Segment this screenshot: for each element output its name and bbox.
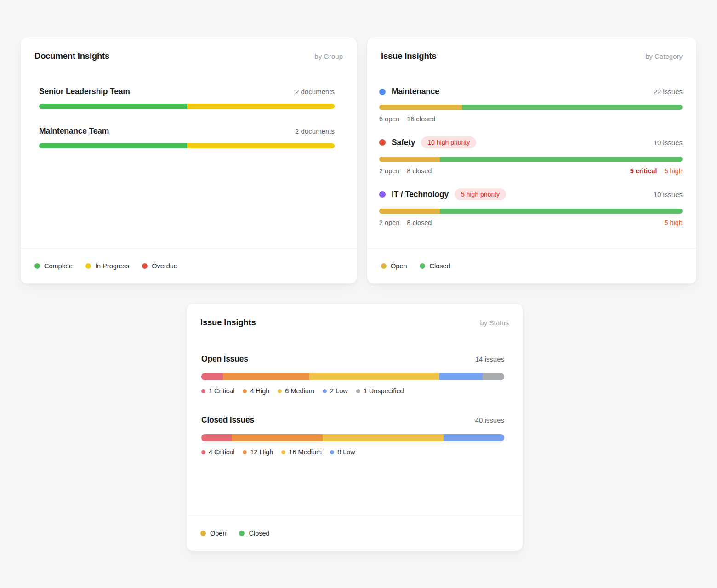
row-stats: 2 open 8 closed 5 critical 5 high: [379, 167, 683, 175]
it-technology-category-dot-icon: [379, 191, 386, 198]
card-header: Issue Insights by Status: [187, 304, 523, 328]
card-title: Issue Insights: [381, 51, 437, 61]
card-footer: Open Closed: [187, 515, 523, 551]
legend-item-unspecified: 1 Unspecified: [356, 387, 404, 395]
bar-segment: [39, 104, 187, 109]
document-count: 2 documents: [295, 88, 335, 96]
high-count: 5 high: [664, 167, 683, 175]
card-body: Open Issues 14 issues 1 Critical 4 High: [187, 328, 523, 515]
legend-label: Closed: [429, 262, 450, 270]
closed-dot-icon: [239, 531, 245, 536]
open-dot-icon: [200, 531, 206, 536]
closed-count: 8 closed: [407, 167, 432, 175]
row-head: Closed Issues 40 issues: [201, 415, 504, 425]
group-label: Senior Leadership Team: [39, 87, 130, 96]
status-label: Closed Issues: [201, 415, 254, 425]
legend-label: Open: [391, 262, 407, 270]
overdue-dot-icon: [142, 263, 148, 269]
bar-segment: [187, 104, 335, 109]
bar-segment: [379, 209, 440, 214]
open-dot-icon: [381, 263, 387, 269]
open-count: 2 open: [379, 167, 399, 175]
category-label: Maintenance: [392, 87, 439, 96]
legend-label: 16 Medium: [289, 448, 322, 456]
bar-segment: [201, 434, 232, 441]
medium-dot-icon: [281, 450, 285, 454]
legend-item-medium: 6 Medium: [278, 387, 314, 395]
legend-label: 8 Low: [337, 448, 355, 456]
card-subtitle-by-group: by Group: [314, 52, 343, 60]
issue-count: 40 issues: [475, 416, 504, 424]
legend-label: 4 High: [250, 387, 269, 395]
legend-label: 2 Low: [330, 387, 348, 395]
bar-segment: [462, 105, 683, 110]
legend-item-low: 2 Low: [323, 387, 348, 395]
bar-segment: [223, 373, 309, 380]
document-status-bar: [39, 104, 335, 109]
row-head: Maintenance 22 issues: [379, 87, 683, 96]
priority-breakdown-bar: [201, 373, 504, 380]
issue-insights-by-category-card: Issue Insights by Category Maintenance 2…: [367, 37, 697, 284]
high-priority-badge: 5 high priority: [455, 188, 506, 200]
group-label: Maintenance Team: [39, 126, 109, 136]
high-dot-icon: [243, 450, 247, 454]
complete-dot-icon: [34, 263, 40, 269]
card-subtitle-by-category: by Category: [645, 52, 683, 60]
critical-count: 5 critical: [630, 167, 657, 175]
card-footer: Open Closed: [367, 248, 696, 283]
group-row-maintenance-team: Maintenance Team 2 documents: [39, 126, 335, 148]
row-stats: 6 open 16 closed: [379, 115, 683, 123]
in-progress-dot-icon: [85, 263, 91, 269]
card-footer: Complete In Progress Overdue: [21, 248, 357, 283]
legend-item-high: 12 High: [243, 448, 273, 456]
open-count: 6 open: [379, 115, 399, 123]
card-title: Issue Insights: [200, 317, 256, 328]
bar-segment: [187, 143, 335, 148]
legend-item-closed: Closed: [239, 530, 269, 537]
legend-label: Open: [210, 530, 226, 537]
low-dot-icon: [330, 450, 334, 454]
closed-count: 16 closed: [407, 115, 435, 123]
bar-segment: [440, 157, 683, 162]
issue-count: 10 issues: [654, 139, 683, 147]
critical-dot-icon: [201, 450, 205, 454]
legend-item-closed: Closed: [420, 262, 450, 270]
legend-label: 1 Critical: [209, 387, 234, 395]
issue-insights-by-status-card: Issue Insights by Status Open Issues 14 …: [186, 303, 523, 551]
priority-breakdown-bar: [201, 434, 504, 441]
bar-segment: [440, 209, 683, 214]
legend-label: 6 Medium: [285, 387, 314, 395]
document-insights-card: Document Insights by Group Senior Leader…: [20, 37, 357, 284]
legend-label: 12 High: [250, 448, 273, 456]
bar-segment: [483, 373, 504, 380]
legend: Open Closed: [200, 530, 270, 537]
card-header: Issue Insights by Category: [367, 37, 696, 61]
legend: Complete In Progress Overdue: [34, 262, 177, 270]
card-body: Senior Leadership Team 2 documents Maint…: [21, 61, 357, 248]
bar-segment: [323, 434, 444, 441]
legend-item-critical: 4 Critical: [201, 448, 234, 456]
legend-item-complete: Complete: [34, 262, 73, 270]
category-row-it-technology: IT / Technology 5 high priority 10 issue…: [379, 188, 683, 226]
closed-count: 8 closed: [407, 219, 432, 226]
row-head: Safety 10 high priority 10 issues: [379, 136, 683, 148]
bar-segment: [439, 373, 483, 380]
legend-label: Closed: [249, 530, 269, 537]
legend-label: 1 Unspecified: [364, 387, 404, 395]
issue-count: 22 issues: [654, 88, 683, 96]
priority-legend: 1 Critical 4 High 6 Medium 2 Low: [201, 387, 504, 395]
bar-segment: [232, 434, 323, 441]
document-status-bar: [39, 143, 335, 148]
group-row-senior-leadership: Senior Leadership Team 2 documents: [39, 87, 335, 109]
legend-item-open: Open: [381, 262, 407, 270]
category-label: Safety: [392, 138, 415, 147]
unspecified-dot-icon: [356, 389, 360, 393]
row-head: Maintenance Team 2 documents: [39, 126, 335, 136]
issue-count: 14 issues: [475, 355, 504, 363]
card-body: Maintenance 22 issues 6 open 16 closed S…: [367, 61, 696, 248]
legend-item-low: 8 Low: [330, 448, 355, 456]
safety-category-dot-icon: [379, 139, 386, 146]
maintenance-category-dot-icon: [379, 89, 386, 95]
legend-label: Overdue: [152, 262, 177, 270]
category-row-safety: Safety 10 high priority 10 issues 2 open…: [379, 136, 683, 175]
